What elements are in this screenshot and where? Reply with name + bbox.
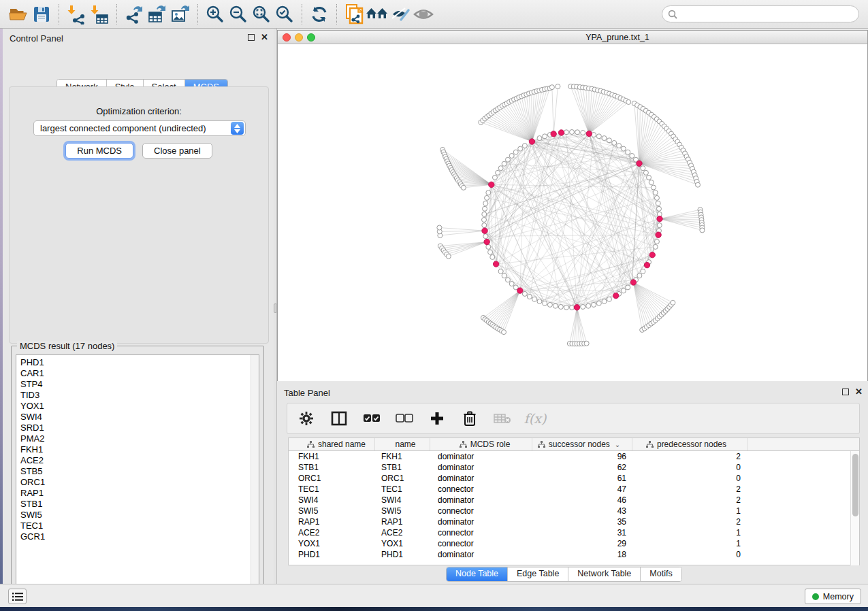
ring-node[interactable] [575, 130, 580, 135]
ring-node[interactable] [630, 153, 634, 158]
memory-button[interactable]: Memory [805, 589, 861, 604]
table-row[interactable]: STB1STB1dominator620 [289, 462, 859, 473]
ring-node[interactable] [483, 201, 488, 205]
mcds-result-item[interactable]: SWI4 [20, 412, 45, 423]
ring-node[interactable] [657, 223, 662, 228]
ring-node[interactable] [486, 244, 491, 249]
mcds-node[interactable] [637, 161, 642, 166]
ring-node[interactable] [647, 175, 652, 180]
ring-node[interactable] [485, 195, 489, 200]
ring-node[interactable] [513, 150, 518, 154]
mcds-result-item[interactable]: STB1 [20, 499, 45, 510]
ring-node[interactable] [581, 131, 585, 135]
ring-node[interactable] [527, 295, 532, 299]
ring-node[interactable] [483, 206, 487, 211]
ring-node[interactable] [482, 223, 487, 228]
leaf-node[interactable] [626, 99, 631, 104]
mcds-result-item[interactable]: TID3 [20, 390, 45, 401]
leaf-node[interactable] [461, 185, 466, 190]
mcds-node[interactable] [574, 305, 579, 310]
mcds-result-item[interactable]: STP4 [20, 379, 45, 390]
ring-node[interactable] [482, 212, 487, 216]
new-network-from-selection-button[interactable] [342, 3, 366, 26]
close-panel-icon[interactable]: ✕ [855, 389, 863, 395]
ring-node[interactable] [553, 303, 558, 308]
ring-node[interactable] [490, 254, 495, 259]
zoom-out-button[interactable] [227, 3, 250, 26]
ring-node[interactable] [492, 175, 497, 180]
mcds-result-item[interactable]: SWI5 [20, 510, 45, 521]
select-all-rows-button[interactable] [362, 408, 381, 429]
mcds-result-item[interactable]: ACE2 [20, 455, 45, 466]
ring-node[interactable] [518, 146, 523, 151]
ring-node[interactable] [596, 301, 601, 306]
close-panel-button[interactable]: Close panel [142, 143, 212, 159]
ring-node[interactable] [486, 191, 491, 195]
mcds-result-item[interactable]: CAR1 [20, 368, 45, 379]
close-panel-icon[interactable]: ✕ [261, 34, 268, 41]
ring-node[interactable] [537, 299, 542, 303]
table-row[interactable]: YOX1YOX1connector291 [289, 538, 859, 549]
mcds-node[interactable] [489, 182, 494, 187]
ring-node[interactable] [596, 134, 601, 139]
import-table-button[interactable] [88, 3, 111, 26]
ring-node[interactable] [607, 297, 611, 301]
leaf-node[interactable] [584, 341, 589, 346]
ring-node[interactable] [509, 282, 514, 286]
ring-node[interactable] [502, 161, 507, 166]
column-header-successor-nodes[interactable]: successor nodes ⌄ [532, 438, 632, 450]
ring-node[interactable] [522, 144, 527, 148]
hide-graphics-details-button[interactable] [389, 3, 412, 26]
ring-node[interactable] [643, 170, 648, 175]
mcds-node[interactable] [558, 130, 564, 135]
tab-edge-table[interactable]: Edge Table [508, 567, 568, 581]
ring-node[interactable] [570, 306, 575, 310]
column-header-name[interactable]: name [375, 438, 430, 450]
mcds-node[interactable] [656, 232, 661, 237]
tab-node-table[interactable]: Node Table [447, 567, 508, 581]
ring-node[interactable] [509, 153, 514, 158]
export-image-button[interactable] [169, 3, 192, 26]
mcds-result-item[interactable]: PMA2 [20, 433, 45, 444]
mcds-node[interactable] [517, 288, 523, 293]
zoom-fit-button[interactable] [250, 3, 273, 26]
mcds-node[interactable] [529, 139, 534, 144]
ring-node[interactable] [505, 278, 510, 282]
tab-motifs[interactable]: Motifs [641, 567, 681, 581]
ring-node[interactable] [522, 291, 527, 296]
ring-node[interactable] [498, 269, 503, 274]
open-session-button[interactable] [7, 3, 30, 26]
mcds-result-item[interactable]: GCR1 [20, 531, 45, 542]
export-table-button[interactable] [146, 3, 169, 26]
ring-node[interactable] [641, 269, 645, 274]
ring-node[interactable] [498, 166, 503, 171]
add-column-button[interactable] [428, 408, 447, 429]
ring-node[interactable] [488, 250, 493, 254]
table-row[interactable]: PHD1PHD1dominator180 [289, 549, 859, 560]
mcds-result-item[interactable]: SRD1 [20, 423, 45, 433]
ring-node[interactable] [564, 305, 568, 310]
table-row[interactable]: SWI5SWI5connector431 [289, 506, 859, 516]
ring-node[interactable] [558, 304, 563, 309]
mcds-node[interactable] [482, 228, 487, 233]
task-history-button[interactable] [8, 589, 27, 604]
zoom-selected-button[interactable] [273, 3, 296, 26]
save-session-button[interactable] [30, 3, 53, 26]
ring-node[interactable] [617, 144, 622, 148]
ring-node[interactable] [505, 157, 510, 162]
column-header-mcds-role[interactable]: MCDS role [430, 438, 532, 450]
mcds-node[interactable] [649, 252, 655, 257]
mcds-node[interactable] [493, 261, 498, 267]
ring-node[interactable] [482, 218, 487, 222]
float-panel-icon[interactable] [842, 389, 849, 395]
ring-node[interactable] [602, 136, 607, 141]
mcds-result-list[interactable]: PHD1CAR1STP4TID3YOX1SWI4SRD1PMA2FKH1ACE2… [16, 354, 259, 594]
ring-node[interactable] [649, 180, 654, 185]
show-columns-button[interactable] [329, 408, 349, 429]
table-settings-button[interactable] [297, 408, 316, 429]
ring-node[interactable] [581, 304, 585, 309]
import-network-button[interactable] [65, 3, 88, 26]
table-row[interactable]: ACE2ACE2connector311 [289, 527, 859, 538]
houses-button[interactable] [366, 3, 389, 26]
leaf-node[interactable] [556, 84, 560, 89]
